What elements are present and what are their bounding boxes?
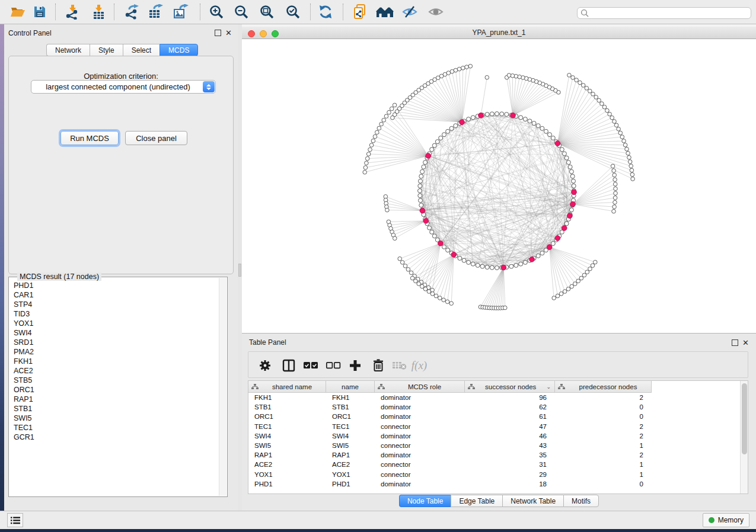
splitter-handle[interactable] bbox=[238, 264, 241, 277]
table-header-row: shared namenameMCDS rolesuccessor nodes⌄… bbox=[248, 381, 652, 393]
table-settings-icon[interactable] bbox=[256, 356, 275, 375]
memory-status-icon bbox=[709, 517, 714, 523]
table-cell: 46 bbox=[465, 432, 555, 440]
table-row[interactable]: SWI5SWI5connector431 bbox=[248, 441, 740, 450]
apply-layout-icon[interactable] bbox=[315, 2, 336, 22]
deselect-all-icon[interactable] bbox=[324, 356, 343, 375]
zoom-in-icon[interactable] bbox=[206, 2, 227, 22]
hide-panels-icon[interactable] bbox=[400, 2, 420, 22]
tab-node-table[interactable]: Node Table bbox=[399, 495, 451, 507]
open-session-icon[interactable] bbox=[8, 2, 28, 22]
table-cell: 0 bbox=[555, 480, 652, 488]
mcds-result-item[interactable]: YOX1 bbox=[9, 319, 219, 328]
export-image-icon[interactable] bbox=[171, 2, 191, 22]
table-row[interactable]: ACE2ACE2connector311 bbox=[248, 460, 740, 469]
tab-network[interactable]: Network bbox=[46, 44, 90, 56]
task-history-icon[interactable] bbox=[7, 513, 23, 527]
table-row[interactable]: SWI4SWI4dominator462 bbox=[248, 431, 740, 441]
node-table: shared namenameMCDS rolesuccessor nodes⌄… bbox=[248, 380, 748, 494]
optimization-criterion-select[interactable]: largest connected component (undirected) bbox=[31, 80, 216, 94]
mcds-result-group: MCDS result (17 nodes) PHD1CAR1STP4TID3Y… bbox=[8, 277, 228, 497]
sort-desc-icon: ⌄ bbox=[546, 384, 551, 390]
tab-network-table[interactable]: Network Table bbox=[502, 495, 563, 507]
column-header-successor-nodes[interactable]: successor nodes⌄ bbox=[465, 381, 555, 393]
mcds-result-item[interactable]: TID3 bbox=[9, 309, 219, 319]
column-header-name[interactable]: name bbox=[326, 381, 375, 393]
table-cell: dominator bbox=[375, 403, 465, 411]
table-cell: STB1 bbox=[248, 403, 326, 411]
table-tabs: Node TableEdge TableNetwork TableMotifs bbox=[242, 495, 756, 507]
mcds-result-list: PHD1CAR1STP4TID3YOX1SWI4SRD1PMA2FKH1ACE2… bbox=[9, 281, 219, 496]
table-row[interactable]: STB1STB1dominator620 bbox=[248, 402, 740, 412]
save-session-icon[interactable] bbox=[30, 2, 50, 22]
table-scrollbar[interactable] bbox=[740, 381, 748, 493]
table-cell: 35 bbox=[465, 451, 555, 459]
column-header-predecessor-nodes[interactable]: predecessor nodes bbox=[555, 381, 652, 393]
show-panels-icon[interactable] bbox=[426, 2, 446, 22]
tab-motifs[interactable]: Motifs bbox=[563, 495, 599, 507]
home-icon[interactable] bbox=[375, 2, 395, 22]
zoom-selected-icon[interactable] bbox=[283, 2, 303, 22]
memory-button[interactable]: Memory bbox=[703, 513, 749, 527]
import-table-icon[interactable] bbox=[88, 2, 109, 22]
mcds-result-item[interactable]: STB5 bbox=[9, 376, 219, 385]
mcds-result-item[interactable]: SWI5 bbox=[9, 414, 219, 423]
zoom-out-icon[interactable] bbox=[231, 2, 251, 22]
table-row[interactable]: TEC1TEC1connector472 bbox=[248, 422, 740, 431]
mcds-result-item[interactable]: TEC1 bbox=[9, 423, 219, 432]
delete-column-icon[interactable] bbox=[369, 356, 388, 375]
mcds-result-item[interactable]: SRD1 bbox=[9, 338, 219, 347]
mcds-result-item[interactable]: PHD1 bbox=[9, 281, 219, 290]
table-cell: 2 bbox=[555, 394, 652, 401]
table-scrollbar-thumb[interactable] bbox=[742, 383, 747, 454]
mcds-result-item[interactable]: FKH1 bbox=[9, 357, 219, 366]
tab-mcds[interactable]: MCDS bbox=[160, 44, 198, 56]
search-input[interactable] bbox=[577, 7, 751, 19]
column-header-MCDS-role[interactable]: MCDS role bbox=[375, 381, 465, 393]
export-table-icon[interactable] bbox=[145, 2, 165, 22]
mcds-result-item[interactable]: ORC1 bbox=[9, 385, 219, 395]
mcds-result-item[interactable]: SWI4 bbox=[9, 328, 219, 338]
network-canvas[interactable] bbox=[242, 39, 756, 333]
mcds-result-item[interactable]: RAP1 bbox=[9, 395, 219, 404]
table-row[interactable]: ORC1ORC1dominator610 bbox=[248, 412, 740, 421]
table-panel-title: Table Panel bbox=[249, 338, 286, 347]
close-panel-icon[interactable]: ✕ bbox=[225, 30, 232, 36]
run-mcds-button[interactable]: Run MCDS bbox=[60, 131, 119, 145]
table-cell: SWI5 bbox=[248, 442, 326, 449]
import-network-icon[interactable] bbox=[62, 2, 82, 22]
close-panel-button[interactable]: Close panel bbox=[125, 131, 187, 145]
mcds-result-item[interactable]: STB1 bbox=[9, 404, 219, 414]
select-all-icon[interactable] bbox=[301, 356, 320, 375]
close-table-panel-icon[interactable]: ✕ bbox=[742, 339, 749, 346]
network-overview-icon[interactable] bbox=[350, 2, 370, 22]
mcds-result-item[interactable]: STP4 bbox=[9, 300, 219, 309]
column-header-shared-name[interactable]: shared name bbox=[248, 381, 326, 393]
table-row[interactable]: YOX1YOX1connector291 bbox=[248, 470, 740, 479]
mcds-list-scrollbar[interactable] bbox=[219, 278, 227, 496]
table-cell: dominator bbox=[375, 413, 465, 420]
table-cell: dominator bbox=[375, 432, 465, 440]
mcds-result-item[interactable]: GCR1 bbox=[9, 432, 219, 442]
table-row[interactable]: RAP1RAP1dominator352 bbox=[248, 450, 740, 460]
desktop-wallpaper-left bbox=[0, 24, 4, 529]
table-row[interactable]: PHD1PHD1dominator180 bbox=[248, 479, 740, 489]
mcds-result-item[interactable]: ACE2 bbox=[9, 366, 219, 376]
table-row[interactable]: FKH1FKH1dominator962 bbox=[248, 393, 740, 402]
main-toolbar bbox=[0, 0, 756, 24]
float-panel-icon[interactable] bbox=[215, 30, 221, 36]
vertical-splitter[interactable] bbox=[238, 24, 242, 511]
tab-select[interactable]: Select bbox=[123, 44, 160, 56]
mcds-result-item[interactable]: CAR1 bbox=[9, 290, 219, 300]
tab-edge-table[interactable]: Edge Table bbox=[451, 495, 502, 507]
mcds-result-item[interactable]: PMA2 bbox=[9, 347, 219, 357]
export-network-icon[interactable] bbox=[122, 2, 142, 22]
add-column-icon[interactable] bbox=[346, 356, 365, 375]
show-columns-icon[interactable] bbox=[279, 356, 298, 375]
table-cell: 1 bbox=[555, 442, 652, 449]
zoom-fit-icon[interactable] bbox=[257, 2, 277, 22]
float-table-panel-icon[interactable] bbox=[732, 339, 738, 346]
tab-style[interactable]: Style bbox=[90, 44, 123, 56]
table-cell: RAP1 bbox=[326, 451, 375, 459]
table-cell: 43 bbox=[465, 442, 555, 449]
